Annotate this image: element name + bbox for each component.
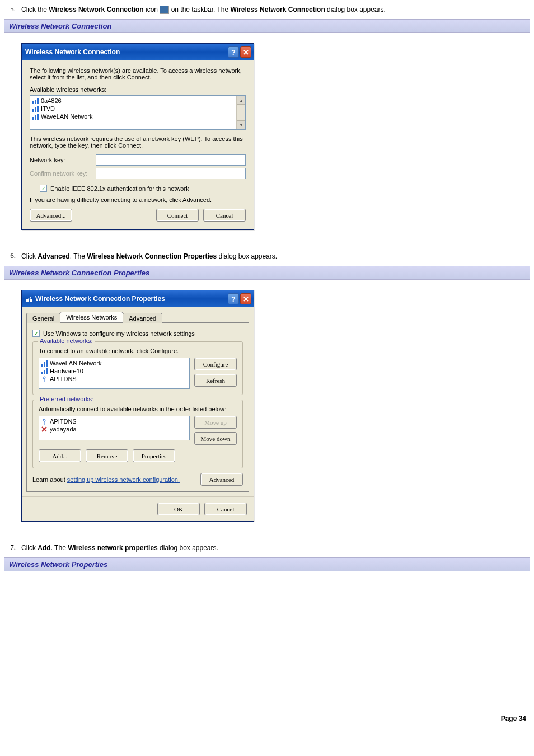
scroll-up-icon[interactable]: ▴	[237, 96, 245, 105]
svg-line-2	[27, 297, 31, 299]
learn-text: Learn about setting up wireless network …	[32, 476, 196, 483]
wireless-taskbar-icon	[160, 6, 169, 14]
list-item[interactable]: 0a4826	[31, 97, 244, 105]
available-list[interactable]: WaveLAN Network Hardware10 APITDNS	[39, 358, 190, 389]
step-5-text: Click the Wireless Network Connection ic…	[21, 4, 530, 15]
learn-link[interactable]: setting up wireless network configuratio…	[67, 476, 180, 483]
advanced-button[interactable]: Advanced	[200, 473, 243, 486]
network-key-input[interactable]	[96, 154, 246, 166]
antenna-icon	[41, 419, 48, 425]
svg-point-6	[43, 419, 45, 421]
help-icon[interactable]: ?	[228, 46, 239, 58]
tab-bar: General Wireless Networks Advanced	[22, 307, 254, 322]
help-icon[interactable]: ?	[228, 293, 239, 304]
refresh-button[interactable]: Refresh	[194, 374, 237, 387]
difficulty-text: If you are having difficulty connecting …	[30, 196, 246, 203]
list-item[interactable]: ITVD	[31, 105, 244, 112]
confirm-key-label: Confirm network key:	[30, 170, 96, 177]
cancel-button[interactable]: Cancel	[204, 503, 247, 515]
signal-icon	[32, 98, 39, 104]
step-7-text: Click Add. The Wireless network properti…	[21, 543, 530, 553]
available-networks-list[interactable]: 0a4826 ITVD WaveLAN Network ▴ ▾	[30, 95, 246, 130]
scroll-down-icon[interactable]: ▾	[237, 120, 245, 129]
page-number: Page 34	[4, 711, 530, 722]
dialog-titlebar: Wireless Network Connection ? ✕	[22, 44, 254, 60]
close-icon[interactable]: ✕	[240, 46, 251, 58]
list-item[interactable]: WaveLAN Network	[40, 359, 188, 367]
group-title-preferred: Preferred networks:	[38, 396, 96, 402]
ieee-checkbox-label: Enable IEEE 802.1x authentication for th…	[50, 185, 189, 192]
list-item[interactable]: WaveLAN Network	[31, 112, 244, 120]
list-item[interactable]: APITDNS	[40, 417, 188, 425]
dialog-title: Wireless Network Connection	[25, 48, 227, 56]
list-item[interactable]: APITDNS	[40, 375, 188, 383]
signal-icon	[32, 106, 39, 112]
preferred-networks-group: Preferred networks: Automatically connec…	[32, 400, 243, 468]
preferred-help-text: Automatically connect to available netwo…	[39, 406, 237, 412]
figure-caption-1: Wireless Network Connection	[4, 19, 530, 33]
tab-advanced[interactable]: Advanced	[123, 313, 162, 323]
figure-caption-3: Wireless Network Properties	[4, 557, 530, 571]
signal-icon	[32, 114, 39, 120]
svg-rect-1	[30, 299, 32, 302]
step-6-text: Click Advanced. The Wireless Network Con…	[21, 251, 530, 261]
available-label: Available wireless networks:	[30, 86, 246, 93]
svg-rect-0	[26, 299, 29, 302]
antenna-icon	[41, 376, 48, 382]
confirm-key-input[interactable]	[96, 168, 246, 179]
list-item[interactable]: Hardware10	[40, 367, 188, 375]
intro-text: The following wireless network(s) are av…	[30, 67, 246, 81]
tab-general[interactable]: General	[26, 313, 60, 323]
preferred-list[interactable]: APITDNS yadayada	[39, 416, 190, 440]
use-windows-checkbox[interactable]: ✓	[32, 330, 40, 337]
available-networks-group: Available networks: To connect to an ava…	[32, 341, 243, 395]
ok-button[interactable]: OK	[157, 503, 200, 515]
group-title-available: Available networks:	[38, 337, 95, 344]
signal-icon	[41, 360, 48, 367]
close-icon[interactable]: ✕	[240, 293, 251, 304]
dialog-title: Wireless Network Connection Properties	[35, 295, 227, 303]
cancel-button[interactable]: Cancel	[203, 209, 246, 222]
signal-icon	[41, 368, 48, 374]
advanced-button[interactable]: Advanced...	[30, 209, 72, 222]
move-up-button[interactable]: Move up	[194, 416, 237, 429]
configure-button[interactable]: Configure	[194, 358, 237, 370]
step-number: 5.	[4, 4, 21, 15]
dialog-titlebar: Wireless Network Connection Properties ?…	[22, 290, 254, 307]
connect-button[interactable]: Connect	[156, 209, 199, 222]
add-button[interactable]: Add...	[39, 449, 81, 462]
antenna-x-icon	[41, 426, 48, 433]
network-icon	[25, 295, 33, 303]
remove-button[interactable]: Remove	[86, 449, 128, 462]
wireless-properties-dialog: Wireless Network Connection Properties ?…	[21, 290, 254, 522]
available-help-text: To connect to an available network, clic…	[39, 348, 237, 354]
network-key-label: Network key:	[30, 157, 96, 163]
figure-caption-2: Wireless Network Connection Properties	[4, 266, 530, 280]
wireless-connection-dialog: Wireless Network Connection ? ✕ The foll…	[21, 43, 254, 230]
use-windows-label: Use Windows to configure my wireless net…	[43, 330, 195, 337]
scrollbar[interactable]: ▴ ▾	[236, 96, 245, 129]
step-number: 7.	[4, 543, 21, 553]
move-down-button[interactable]: Move down	[194, 432, 237, 445]
svg-point-4	[43, 377, 45, 379]
ieee-checkbox[interactable]: ✓	[40, 185, 47, 192]
properties-button[interactable]: Properties	[133, 449, 175, 462]
step-number: 6.	[4, 251, 21, 261]
tab-wireless-networks[interactable]: Wireless Networks	[60, 312, 123, 322]
wep-text: This wireless network requires the use o…	[30, 135, 246, 149]
list-item[interactable]: yadayada	[40, 425, 188, 433]
